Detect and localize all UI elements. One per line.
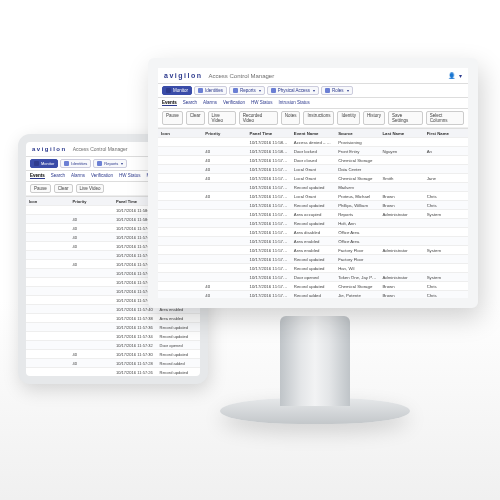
instructions-button[interactable]: Instructions xyxy=(303,111,334,125)
table-cell xyxy=(424,138,468,147)
table-cell xyxy=(202,246,246,255)
table-cell: Area enabled xyxy=(291,246,335,255)
monitor-button[interactable]: Monitor xyxy=(162,86,192,95)
identities-button[interactable]: Identities xyxy=(60,159,91,168)
table-row[interactable]: 10/17/2016 11:57:52Record updatedMailser… xyxy=(158,183,468,192)
events-grid[interactable]: IconPriorityPanel TimeEvent NameSourceLa… xyxy=(158,128,468,298)
table-row[interactable]: 10/17/2016 11:57:38Area enabled xyxy=(26,314,200,323)
column-header[interactable]: First Name xyxy=(424,129,468,138)
history-button[interactable]: History xyxy=(363,111,385,125)
table-cell xyxy=(158,210,202,219)
notes-button[interactable]: Notes xyxy=(281,111,301,125)
clear-button[interactable]: Clear xyxy=(186,111,205,125)
reports-icon xyxy=(233,88,238,93)
column-header[interactable]: Source xyxy=(335,129,379,138)
column-header[interactable]: Priority xyxy=(70,197,114,206)
table-cell: Brown xyxy=(379,201,423,210)
table-cell xyxy=(158,192,202,201)
column-header[interactable]: Event Name xyxy=(291,129,335,138)
table-cell xyxy=(202,264,246,273)
app-title: Access Control Manager xyxy=(208,73,274,79)
column-header[interactable]: Last Name xyxy=(379,129,423,138)
tab-alarms[interactable]: Alarms xyxy=(203,100,217,106)
tab-alarms[interactable]: Alarms xyxy=(71,173,85,179)
tab-search[interactable]: Search xyxy=(51,173,65,179)
table-cell xyxy=(379,156,423,165)
user-menu[interactable]: 👤 ▾ xyxy=(448,72,462,79)
table-row[interactable]: 4010/17/2016 11:57:50Local GrantProteus,… xyxy=(158,192,468,201)
table-cell: Record updated xyxy=(291,219,335,228)
table-cell: 40 xyxy=(70,359,114,368)
table-cell: 10/17/2016 11:57:34 xyxy=(113,332,157,341)
table-row[interactable]: 10/17/2016 11:58:02Access denied – stole… xyxy=(158,138,468,147)
table-row[interactable]: 4010/17/2016 11:58:00Door lockedFront En… xyxy=(158,147,468,156)
tab-events[interactable]: Events xyxy=(30,173,45,179)
table-row[interactable]: 4010/17/2016 11:57:28Record addedJie, Po… xyxy=(158,291,468,299)
physical-access-button[interactable]: Physical Access▾ xyxy=(267,86,319,95)
table-cell xyxy=(70,269,114,278)
chevron-down-icon: ▾ xyxy=(313,88,315,93)
table-cell xyxy=(70,287,114,296)
table-cell: Chris xyxy=(424,291,468,299)
column-header[interactable]: Priority xyxy=(202,129,246,138)
pause-button[interactable]: Pause xyxy=(162,111,183,125)
table-row[interactable]: 10/17/2016 11:57:34Record updatedHan, Wi… xyxy=(158,264,468,273)
table-cell xyxy=(379,165,423,174)
table-cell: Brown xyxy=(379,192,423,201)
identity-button[interactable]: Identity xyxy=(337,111,360,125)
pause-button[interactable]: Pause xyxy=(30,184,51,193)
reports-button[interactable]: Reports▾ xyxy=(93,159,127,168)
table-row[interactable]: 10/17/2016 11:57:48Record updatedPhillip… xyxy=(158,201,468,210)
column-header[interactable]: Icon xyxy=(26,197,70,206)
table-row[interactable]: 10/17/2016 11:57:42Area disabledOffice A… xyxy=(158,228,468,237)
save-settings-button[interactable]: Save Settings xyxy=(388,111,423,125)
table-cell: 40 xyxy=(202,192,246,201)
table-row[interactable]: 4010/17/2016 11:57:30Record updated xyxy=(26,350,200,359)
table-row[interactable]: 4010/17/2016 11:57:30Record updatedChemi… xyxy=(158,282,468,291)
tab-intrusion[interactable]: Intrusion Status xyxy=(279,100,310,106)
column-header[interactable]: Panel Time xyxy=(247,129,291,138)
tab-hwstatus[interactable]: HW Status xyxy=(251,100,273,106)
table-row[interactable]: 4010/17/2016 11:57:58Door closedChemical… xyxy=(158,156,468,165)
roles-button[interactable]: Roles▾ xyxy=(321,86,353,95)
table-cell xyxy=(202,201,246,210)
table-row[interactable]: 4010/17/2016 11:57:56Local GrantData Cen… xyxy=(158,165,468,174)
table-cell xyxy=(202,237,246,246)
identities-button[interactable]: Identities xyxy=(194,86,227,95)
table-row[interactable]: 10/17/2016 11:57:40Area enabledOffice Ar… xyxy=(158,237,468,246)
table-row[interactable]: 10/17/2016 11:57:38Area enabledFactory F… xyxy=(158,246,468,255)
tab-verification[interactable]: Verification xyxy=(223,100,245,106)
reports-icon xyxy=(97,161,102,166)
tab-hwstatus[interactable]: HW Status xyxy=(119,173,141,179)
live-video-button[interactable]: Live Video xyxy=(76,184,105,193)
select-columns-button[interactable]: Select Columns xyxy=(426,111,464,125)
table-cell: Door opened xyxy=(157,341,201,350)
column-header[interactable]: Icon xyxy=(158,129,202,138)
table-cell xyxy=(202,183,246,192)
clear-button[interactable]: Clear xyxy=(54,184,73,193)
reports-button[interactable]: Reports▾ xyxy=(229,86,265,95)
table-cell: Access denied – stolen credential xyxy=(291,138,335,147)
table-row[interactable]: 10/17/2016 11:57:34Record updated xyxy=(26,332,200,341)
table-row[interactable]: 10/17/2016 11:57:36Record updatedFactory… xyxy=(158,255,468,264)
table-row[interactable]: 10/17/2016 11:57:44Record updatedHolt, A… xyxy=(158,219,468,228)
table-cell: 10/17/2016 11:57:30 xyxy=(113,350,157,359)
rec-video-button[interactable]: Recorded Video xyxy=(239,111,278,125)
tab-verification[interactable]: Verification xyxy=(91,173,113,179)
table-row[interactable]: 4010/17/2016 11:57:54Local GrantChemical… xyxy=(158,174,468,183)
table-row[interactable]: 4010/17/2016 11:57:28Record added xyxy=(26,359,200,368)
table-row[interactable]: 10/17/2016 11:57:32Door opened xyxy=(26,341,200,350)
table-cell: 40 xyxy=(202,174,246,183)
live-video-button[interactable]: Live Video xyxy=(208,111,236,125)
table-row[interactable]: 10/17/2016 11:57:26Record updated xyxy=(26,368,200,377)
table-row[interactable]: 10/17/2016 11:57:32Door openedToken One,… xyxy=(158,273,468,282)
monitor-button[interactable]: Monitor xyxy=(30,159,58,168)
table-cell: 10/17/2016 11:57:50 xyxy=(247,192,291,201)
table-cell xyxy=(158,228,202,237)
table-row[interactable]: 10/17/2016 11:57:46Area occupiedReportsA… xyxy=(158,210,468,219)
tab-events[interactable]: Events xyxy=(162,100,177,106)
tab-search[interactable]: Search xyxy=(183,100,197,106)
table-cell: Door closed xyxy=(291,156,335,165)
person-icon: 👤 xyxy=(448,72,455,79)
table-row[interactable]: 10/17/2016 11:57:36Record updated xyxy=(26,323,200,332)
